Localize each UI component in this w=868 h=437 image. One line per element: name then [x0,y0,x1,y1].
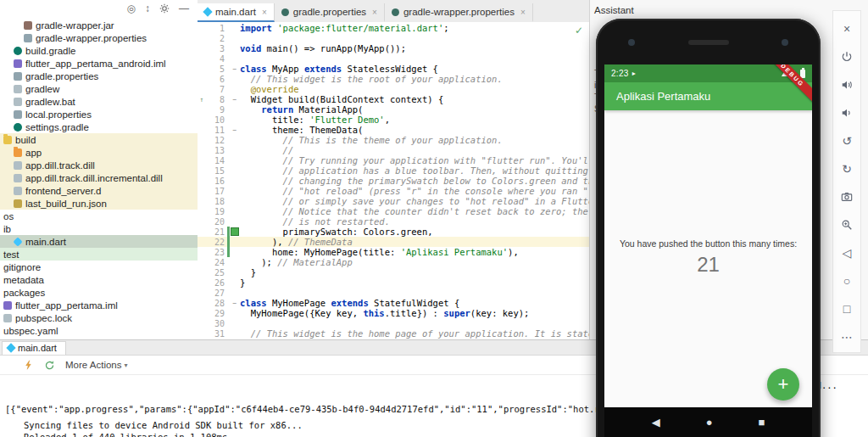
hot-restart-icon[interactable] [44,360,55,371]
back-icon[interactable]: ◁ [833,238,860,266]
tree-item[interactable]: main.dart [0,235,198,248]
line-number: 3 [206,44,227,53]
fab-add-button[interactable]: + [767,368,799,401]
line-number: 1 [206,24,227,33]
code-text: // This widget is the root of your appli… [240,74,589,84]
code-line: 31 // This widget is the home page of yo… [198,328,589,339]
code-line: 26} [198,277,589,288]
tree-item-label: last_build_run.json [25,199,107,209]
file-type-icon [3,136,12,144]
more-actions-button[interactable]: More Actions ▾ [65,360,128,370]
change-marker [227,165,230,176]
tree-item-label: gradle-wrapper.properties [36,33,147,43]
hot-reload-bolt-icon[interactable] [24,360,34,370]
change-marker [227,74,230,84]
tree-item-label: gitignore [3,262,41,272]
tree-item-label: ib [3,224,11,234]
tree-item[interactable]: test [0,248,198,261]
power-icon[interactable] [833,42,860,70]
tab-assistant[interactable]: Assistant [594,5,634,15]
editor-tab-gradle-wrapper.properties[interactable]: gradle-wrapper.properties× [385,3,533,22]
app-bar-title: Aplikasi Pertamaku [616,90,710,103]
code-text: class MyApp extends StatelessWidget { [240,64,589,74]
overview-icon[interactable]: □ [833,294,860,322]
home-icon[interactable]: ○ [833,266,860,294]
scroll-from-source-icon[interactable]: ↕ [145,3,150,14]
volume-up-icon[interactable] [833,70,860,98]
tree-item-label: app.dill.track.dill.incremental.dill [25,173,163,183]
tree-item[interactable]: app.dill.track.dill [0,159,198,171]
tree-item[interactable]: gradle.properties [0,70,198,82]
tree-item[interactable]: gradle-wrapper.properties [0,31,198,44]
code-line: 18 // or simply save your changes to "ho… [198,196,589,206]
screenshot-icon[interactable] [833,182,860,210]
tree-item[interactable]: build [0,133,198,146]
close-icon[interactable]: × [833,14,860,42]
tree-item[interactable]: local.properties [0,108,198,120]
tree-item[interactable]: metadata [0,273,198,286]
editor-tab-gradle.properties[interactable]: gradle.properties× [275,3,385,22]
nav-overview-icon[interactable]: ■ [759,417,765,428]
more-icon[interactable]: ⋯ [833,322,860,350]
nav-home-icon[interactable]: ● [706,417,713,428]
file-type-icon [14,148,22,157]
editor-tab-label: gradle-wrapper.properties [403,7,515,17]
code-line: ↑8− Widget build(BuildContext context) { [198,94,589,104]
tree-item-label: app.dill.track.dill [25,160,95,171]
run-tab-main-dart[interactable]: main.dart [2,341,66,355]
line-number: 20 [206,217,227,227]
close-tab-icon[interactable]: × [372,8,377,17]
rotate-left-icon[interactable]: ↺ [833,126,860,154]
tree-item[interactable]: flutter_app_pertama_android.iml [0,57,198,70]
close-tab-icon[interactable]: × [262,8,267,17]
push-text: You have pushed the button this many tim… [604,238,812,249]
change-marker [227,145,230,155]
code-text: void main() => runApp(MyApp()); [240,43,589,53]
tree-item[interactable]: last_build_run.json [0,197,198,210]
line-number: 13 [206,146,227,155]
phone-screen[interactable]: 2:23 ▸ Aplikasi Pertamaku DEBUG You have… [604,64,812,437]
tree-item-label: build [15,135,36,145]
nav-back-icon[interactable]: ◀ [652,417,660,428]
tree-item[interactable]: frontend_server.d [0,184,198,197]
tree-item[interactable]: gitignore [0,261,198,273]
close-tab-icon[interactable]: × [520,8,526,17]
hide-panel-icon[interactable]: — [179,3,189,14]
tree-item[interactable]: gradlew [0,82,198,95]
tree-item[interactable]: gradle-wrapper.jar [0,19,198,31]
tree-item-label: app [25,148,42,158]
locate-file-icon[interactable]: ◎ [127,3,136,14]
tree-item[interactable]: pubspec.lock [0,311,198,324]
tree-item-label: metadata [3,275,44,285]
gradle-icon [392,8,399,16]
tree-item[interactable]: packages [0,286,198,299]
tree-item-label: gradle-wrapper.jar [36,20,114,31]
file-type-icon [14,72,22,81]
editor-tab-bar: main.dart×gradle.properties×gradle-wrapp… [198,0,589,23]
tree-item[interactable]: app [0,146,198,159]
editor-tab-main.dart[interactable]: main.dart× [198,3,275,22]
counter-area: You have pushed the button this many tim… [604,238,812,277]
tree-item[interactable]: gradlew.bat [0,95,198,108]
line-number: 31 [206,329,227,339]
tree-item[interactable]: ib [0,222,198,235]
rotate-right-icon[interactable]: ↻ [833,154,860,182]
file-type-icon [14,123,22,132]
line-number: 10 [206,115,227,125]
code-text: // is not restarted. [240,216,589,227]
tree-item[interactable]: build.gradle [0,44,198,57]
volume-down-icon[interactable] [833,98,860,126]
code-editor[interactable]: ✓ 1import 'package:flutter/material.dart… [198,22,589,339]
code-text: // application has a blue toolbar. Then,… [240,165,589,176]
zoom-icon[interactable] [833,210,860,238]
emulator-phone: 2:23 ▸ Aplikasi Pertamaku DEBUG You have… [596,19,821,437]
file-type-icon [14,174,22,182]
tree-item[interactable]: app.dill.track.dill.incremental.dill [0,171,198,184]
settings-gear-icon[interactable] [159,3,170,14]
line-number: 26 [206,278,227,288]
tree-item[interactable]: flutter_app_pertama.iml [0,299,198,311]
tree-item[interactable]: ubspec.yaml [0,324,198,337]
tree-item[interactable]: os [0,210,198,222]
tree-item[interactable]: settings.gradle [0,120,198,133]
color-swatch-green[interactable] [231,227,239,236]
